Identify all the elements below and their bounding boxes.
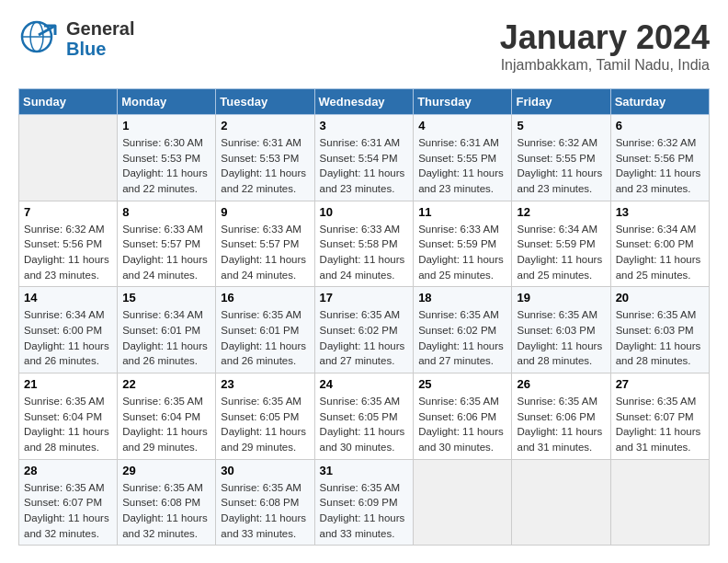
day-cell: 24 Sunrise: 6:35 AM Sunset: 6:05 PM Dayl… [314, 373, 414, 460]
sunrise-text: Sunrise: 6:32 AM [616, 137, 697, 148]
daylight-text: Daylight: 11 hours and 32 minutes. [122, 512, 208, 539]
logo-blue-text: Blue [66, 39, 106, 59]
day-cell: 6 Sunrise: 6:32 AM Sunset: 5:56 PM Dayli… [610, 115, 709, 201]
sunrise-text: Sunrise: 6:33 AM [221, 224, 301, 235]
day-number: 23 [221, 377, 309, 391]
page-header: General Blue January 2024 Injambakkam, T… [18, 18, 710, 74]
daylight-text: Daylight: 11 hours and 25 minutes. [616, 254, 701, 281]
sunrise-text: Sunrise: 6:35 AM [418, 309, 499, 320]
day-info: Sunrise: 6:35 AM Sunset: 6:08 PM Dayligh… [221, 480, 309, 542]
sunrise-text: Sunrise: 6:35 AM [517, 396, 597, 407]
day-info: Sunrise: 6:35 AM Sunset: 6:02 PM Dayligh… [418, 307, 506, 369]
day-cell: 16 Sunrise: 6:35 AM Sunset: 6:01 PM Dayl… [216, 287, 314, 373]
sunset-text: Sunset: 6:00 PM [616, 238, 694, 249]
sunrise-text: Sunrise: 6:33 AM [320, 224, 401, 235]
day-info: Sunrise: 6:32 AM Sunset: 5:56 PM Dayligh… [616, 135, 704, 197]
day-cell: 7 Sunrise: 6:32 AM Sunset: 5:56 PM Dayli… [19, 201, 118, 287]
week-row-1: 7 Sunrise: 6:32 AM Sunset: 5:56 PM Dayli… [19, 201, 710, 287]
sunset-text: Sunset: 6:03 PM [517, 325, 595, 336]
title-block: January 2024 Injambakkam, Tamil Nadu, In… [500, 18, 710, 74]
day-cell: 3 Sunrise: 6:31 AM Sunset: 5:54 PM Dayli… [314, 115, 414, 201]
day-cell: 14 Sunrise: 6:34 AM Sunset: 6:00 PM Dayl… [19, 287, 118, 373]
day-number: 22 [122, 377, 210, 391]
day-cell: 17 Sunrise: 6:35 AM Sunset: 6:02 PM Dayl… [314, 287, 414, 373]
sunrise-text: Sunrise: 6:35 AM [221, 396, 301, 407]
daylight-text: Daylight: 11 hours and 28 minutes. [517, 340, 602, 367]
sunrise-text: Sunrise: 6:33 AM [418, 224, 499, 235]
day-info: Sunrise: 6:35 AM Sunset: 6:06 PM Dayligh… [517, 394, 605, 455]
sunrise-text: Sunrise: 6:34 AM [517, 224, 597, 235]
daylight-text: Daylight: 11 hours and 31 minutes. [616, 426, 701, 453]
day-number: 27 [616, 377, 704, 391]
day-info: Sunrise: 6:35 AM Sunset: 6:01 PM Dayligh… [221, 307, 309, 369]
day-number: 2 [221, 119, 309, 132]
daylight-text: Daylight: 11 hours and 31 minutes. [517, 426, 602, 453]
day-cell [610, 459, 709, 546]
day-info: Sunrise: 6:34 AM Sunset: 6:00 PM Dayligh… [616, 222, 704, 283]
sunrise-text: Sunrise: 6:32 AM [517, 137, 597, 148]
daylight-text: Daylight: 11 hours and 28 minutes. [616, 340, 701, 367]
daylight-text: Daylight: 11 hours and 25 minutes. [517, 254, 602, 281]
day-cell: 25 Sunrise: 6:35 AM Sunset: 6:06 PM Dayl… [414, 373, 512, 460]
daylight-text: Daylight: 11 hours and 30 minutes. [418, 426, 504, 453]
sunrise-text: Sunrise: 6:32 AM [24, 224, 105, 235]
sunrise-text: Sunrise: 6:35 AM [24, 482, 105, 493]
day-number: 7 [24, 205, 112, 219]
calendar-header-row: SundayMondayTuesdayWednesdayThursdayFrid… [19, 89, 710, 115]
day-cell: 4 Sunrise: 6:31 AM Sunset: 5:55 PM Dayli… [414, 115, 512, 201]
daylight-text: Daylight: 11 hours and 32 minutes. [24, 512, 109, 539]
daylight-text: Daylight: 11 hours and 33 minutes. [221, 512, 306, 539]
daylight-text: Daylight: 11 hours and 25 minutes. [418, 254, 504, 281]
calendar-table: SundayMondayTuesdayWednesdayThursdayFrid… [18, 88, 710, 546]
day-cell [512, 459, 610, 546]
week-row-2: 14 Sunrise: 6:34 AM Sunset: 6:00 PM Dayl… [19, 287, 710, 373]
day-number: 3 [320, 119, 409, 132]
logo-name: General Blue [66, 18, 134, 59]
sunset-text: Sunset: 5:54 PM [320, 153, 398, 164]
day-info: Sunrise: 6:35 AM Sunset: 6:03 PM Dayligh… [616, 307, 704, 369]
day-info: Sunrise: 6:35 AM Sunset: 6:05 PM Dayligh… [320, 394, 409, 455]
day-number: 8 [122, 205, 210, 219]
sunset-text: Sunset: 5:57 PM [221, 238, 299, 249]
day-number: 13 [616, 205, 704, 219]
day-info: Sunrise: 6:32 AM Sunset: 5:56 PM Dayligh… [24, 222, 112, 283]
day-info: Sunrise: 6:33 AM Sunset: 5:57 PM Dayligh… [122, 222, 210, 283]
day-cell: 10 Sunrise: 6:33 AM Sunset: 5:58 PM Dayl… [314, 201, 414, 287]
day-cell [19, 115, 118, 201]
header-tuesday: Tuesday [216, 89, 314, 115]
sunrise-text: Sunrise: 6:31 AM [320, 137, 401, 148]
daylight-text: Daylight: 11 hours and 23 minutes. [517, 167, 602, 194]
day-cell: 11 Sunrise: 6:33 AM Sunset: 5:59 PM Dayl… [414, 201, 512, 287]
sunset-text: Sunset: 6:08 PM [122, 497, 200, 508]
day-info: Sunrise: 6:35 AM Sunset: 6:07 PM Dayligh… [24, 480, 112, 542]
daylight-text: Daylight: 11 hours and 24 minutes. [122, 254, 208, 281]
sunset-text: Sunset: 6:04 PM [24, 411, 102, 422]
daylight-text: Daylight: 11 hours and 23 minutes. [24, 254, 109, 281]
day-number: 14 [24, 291, 112, 304]
day-info: Sunrise: 6:31 AM Sunset: 5:53 PM Dayligh… [221, 135, 309, 197]
daylight-text: Daylight: 11 hours and 27 minutes. [320, 340, 405, 367]
sunrise-text: Sunrise: 6:35 AM [616, 396, 697, 407]
day-cell: 15 Sunrise: 6:34 AM Sunset: 6:01 PM Dayl… [118, 287, 216, 373]
day-cell: 21 Sunrise: 6:35 AM Sunset: 6:04 PM Dayl… [19, 373, 118, 460]
day-info: Sunrise: 6:35 AM Sunset: 6:05 PM Dayligh… [221, 394, 309, 455]
sunrise-text: Sunrise: 6:31 AM [221, 137, 301, 148]
day-number: 1 [122, 119, 210, 132]
logo: General Blue [18, 18, 134, 59]
day-cell: 5 Sunrise: 6:32 AM Sunset: 5:55 PM Dayli… [512, 115, 610, 201]
sunset-text: Sunset: 6:01 PM [122, 325, 200, 336]
day-number: 18 [418, 291, 506, 304]
day-number: 9 [221, 205, 309, 219]
sunrise-text: Sunrise: 6:35 AM [517, 309, 597, 320]
sunrise-text: Sunrise: 6:35 AM [320, 396, 401, 407]
day-number: 12 [517, 205, 605, 219]
header-friday: Friday [512, 89, 610, 115]
day-cell: 1 Sunrise: 6:30 AM Sunset: 5:53 PM Dayli… [118, 115, 216, 201]
sunset-text: Sunset: 6:01 PM [221, 325, 299, 336]
week-row-3: 21 Sunrise: 6:35 AM Sunset: 6:04 PM Dayl… [19, 373, 710, 460]
day-cell [414, 459, 512, 546]
sunrise-text: Sunrise: 6:34 AM [616, 224, 697, 235]
day-cell: 22 Sunrise: 6:35 AM Sunset: 6:04 PM Dayl… [118, 373, 216, 460]
day-cell: 19 Sunrise: 6:35 AM Sunset: 6:03 PM Dayl… [512, 287, 610, 373]
daylight-text: Daylight: 11 hours and 23 minutes. [320, 167, 405, 194]
